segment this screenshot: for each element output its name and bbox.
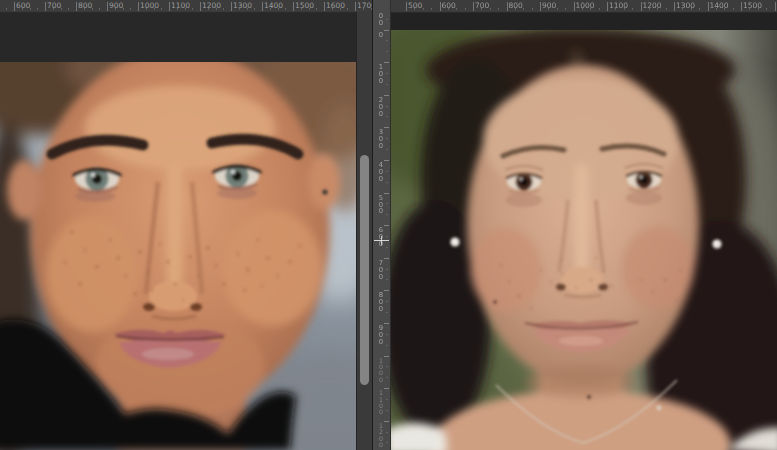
document-left: 5006007008009001000110012001300140015001… bbox=[0, 0, 372, 450]
ruler-label: 1 0 0 0 bbox=[373, 358, 389, 384]
ruler-label: 1000 bbox=[576, 1, 595, 10]
vertical-scrollbar-left-doc[interactable] bbox=[356, 12, 372, 450]
ruler-label: 1200 bbox=[202, 1, 221, 10]
ruler-label: 600 bbox=[16, 1, 30, 10]
ruler-label: 1100 bbox=[171, 1, 190, 10]
ruler-label: 1300 bbox=[233, 1, 252, 10]
portrait-after-image bbox=[391, 30, 777, 450]
pasteboard-left bbox=[0, 12, 356, 62]
ruler-label: 1 2 0 0 bbox=[373, 423, 389, 449]
ruler-label: 4 0 0 bbox=[373, 162, 389, 183]
ruler-label: 6 0 0 bbox=[373, 227, 389, 248]
ruler-label: 1300 bbox=[676, 1, 695, 10]
ruler-label: 9 0 0 bbox=[373, 325, 389, 346]
horizontal-ruler-right[interactable]: 5006007008009001000110012001300140015001… bbox=[373, 0, 777, 13]
ruler-label: 5 0 0 bbox=[373, 195, 389, 216]
ruler-label: 2 0 0 bbox=[373, 97, 389, 118]
portrait-before-image bbox=[0, 62, 356, 450]
ruler-label: 0 bbox=[373, 32, 389, 39]
ruler-label: 1500 bbox=[743, 1, 762, 10]
ruler-label: 1200 bbox=[643, 1, 662, 10]
ruler-label: 8 0 0 bbox=[373, 292, 389, 313]
ruler-label: 1400 bbox=[264, 1, 283, 10]
chin-mole bbox=[587, 395, 591, 399]
photo-left-canvas[interactable] bbox=[0, 62, 356, 450]
ruler-label: 1500 bbox=[295, 1, 314, 10]
ruler-label: 1 1 0 0 bbox=[373, 390, 389, 416]
document-right: 5006007008009001000110012001300140015001… bbox=[372, 0, 777, 450]
photo-editor-workspace: 5006007008009001000110012001300140015001… bbox=[0, 0, 777, 450]
ruler-label: 1400 bbox=[710, 1, 729, 10]
ruler-label: 800 bbox=[78, 1, 92, 10]
photo-right-canvas[interactable] bbox=[391, 30, 777, 450]
ruler-label: 1600 bbox=[326, 1, 345, 10]
left-eye bbox=[74, 168, 120, 203]
ruler-label: 1000 bbox=[140, 1, 159, 10]
horizontal-ruler-left[interactable]: 5006007008009001000110012001300140015001… bbox=[0, 0, 372, 13]
ruler-label: 1100 bbox=[609, 1, 628, 10]
ruler-label: 3 0 0 bbox=[373, 129, 389, 150]
scrollbar-thumb[interactable] bbox=[360, 155, 369, 385]
right-eye bbox=[214, 165, 260, 200]
earring-stud bbox=[322, 189, 327, 194]
ruler-label: 7 0 0 bbox=[373, 260, 389, 281]
vertical-ruler-right[interactable]: - 1 0 001 0 02 0 03 0 04 0 05 0 06 0 07 … bbox=[373, 0, 391, 450]
ruler-label: 700 bbox=[47, 1, 61, 10]
ruler-label: 1 0 0 bbox=[373, 64, 389, 85]
ruler-label: - 1 0 0 bbox=[373, 0, 389, 27]
ruler-label: 900 bbox=[109, 1, 123, 10]
pasteboard-right bbox=[391, 12, 777, 30]
cheek-mole bbox=[493, 300, 496, 303]
